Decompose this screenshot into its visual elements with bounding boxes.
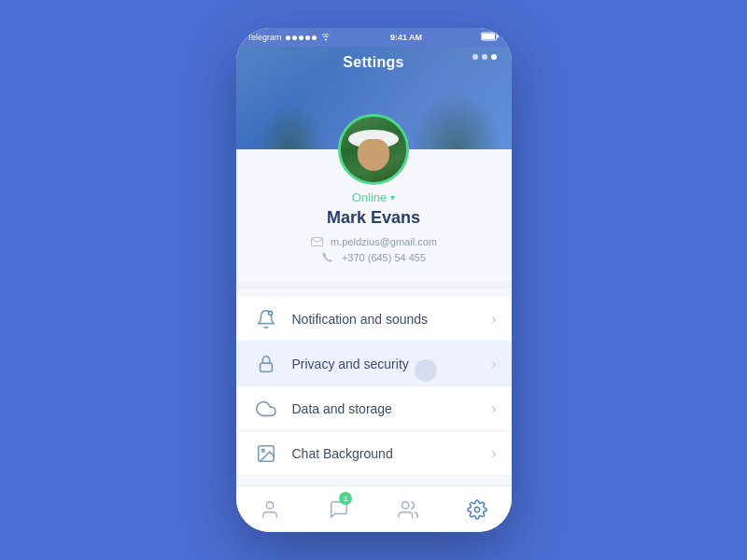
menu-item-privacy[interactable]: Privacy and security › <box>236 342 512 386</box>
phone-frame: Telegram 9:41 AM <box>236 28 512 532</box>
privacy-label: Privacy and security <box>292 357 492 371</box>
user-email: m.peldzius@gmail.com <box>331 236 437 247</box>
avatar[interactable] <box>338 114 409 185</box>
user-email-row: m.peldzius@gmail.com <box>310 235 437 248</box>
user-name: Mark Evans <box>327 208 420 228</box>
avatar-image <box>341 117 406 182</box>
signal-dot-3 <box>299 35 303 40</box>
chat-bg-label: Chat Background <box>292 446 492 461</box>
user-phone-row: +370 (645) 54 455 <box>321 251 426 264</box>
header-dot-1 <box>472 54 478 60</box>
header-dot-3 <box>491 54 497 60</box>
chevron-right-icon-notifications: › <box>491 311 496 328</box>
tab-profile[interactable] <box>236 486 305 532</box>
signal-dot-1 <box>286 35 290 40</box>
svg-point-5 <box>269 312 272 315</box>
wifi-icon <box>320 32 331 43</box>
svg-rect-2 <box>497 35 499 38</box>
messages-badge: 1 <box>339 492 352 505</box>
svg-point-9 <box>267 501 274 508</box>
signal-dot-4 <box>305 35 310 40</box>
svg-rect-6 <box>260 363 272 371</box>
tab-bar: 1 <box>236 485 512 532</box>
header-dots <box>472 54 497 60</box>
menu-item-notifications[interactable]: Notification and sounds › <box>236 297 512 342</box>
status-label: Online <box>352 190 388 204</box>
menu-separator <box>236 282 512 289</box>
menu-item-chat-bg[interactable]: Chat Background › <box>236 431 512 476</box>
battery-icon <box>481 32 500 43</box>
signal-dot-5 <box>312 35 317 40</box>
user-status[interactable]: Online ▾ <box>352 190 396 204</box>
svg-point-10 <box>402 501 408 508</box>
header-title-row: Settings <box>236 54 512 71</box>
svg-point-11 <box>474 507 480 512</box>
signal-dot-2 <box>292 35 297 40</box>
settings-menu: Notification and sounds › Privacy and se… <box>236 289 512 485</box>
menu-item-data[interactable]: Data and storage › <box>236 386 512 431</box>
status-bar: Telegram 9:41 AM <box>236 28 512 47</box>
signal-dots <box>286 35 317 40</box>
phone-icon <box>321 251 334 264</box>
bell-icon <box>251 304 281 334</box>
chevron-right-icon-data: › <box>491 400 496 417</box>
notifications-label: Notification and sounds <box>292 312 492 327</box>
cloud-icon <box>251 394 281 424</box>
chevron-down-icon: ▾ <box>390 192 395 203</box>
user-phone: +370 (645) 54 455 <box>342 252 426 263</box>
carrier-label: Telegram <box>247 33 282 42</box>
chevron-right-icon-privacy: › <box>491 356 496 372</box>
avatar-section: Online ▾ Mark Evans m.peldzius@gmail.com… <box>236 149 512 282</box>
tab-settings[interactable] <box>443 486 512 532</box>
chevron-right-icon-chat-bg: › <box>491 445 496 462</box>
svg-point-8 <box>261 449 264 452</box>
status-bar-right <box>481 32 500 43</box>
data-label: Data and storage <box>292 401 492 416</box>
status-bar-time: 9:41 AM <box>390 33 422 42</box>
header-dot-2 <box>482 54 487 60</box>
status-bar-left: Telegram <box>247 32 331 43</box>
tab-contacts[interactable] <box>374 486 443 532</box>
lock-icon <box>251 349 281 379</box>
email-icon <box>310 235 323 248</box>
tab-messages[interactable]: 1 <box>304 486 374 532</box>
image-icon <box>251 439 281 469</box>
page-title: Settings <box>343 54 404 71</box>
svg-rect-1 <box>482 34 495 39</box>
